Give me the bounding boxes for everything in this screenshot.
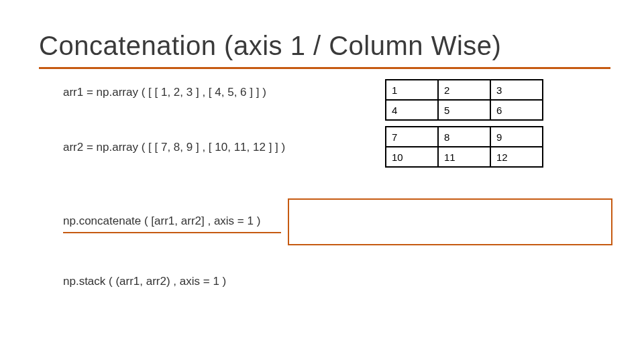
cell: 8 bbox=[438, 127, 490, 147]
slide: Concatenation (axis 1 / Column Wise) arr… bbox=[0, 0, 644, 362]
cell: 5 bbox=[438, 100, 490, 120]
table-row: 4 5 6 bbox=[386, 100, 543, 120]
cell: 6 bbox=[490, 100, 543, 120]
table-arr1: 1 2 3 4 5 6 bbox=[385, 79, 543, 121]
cell: 2 bbox=[438, 80, 490, 100]
slide-title: Concatenation (axis 1 / Column Wise) bbox=[39, 31, 501, 61]
code-concat-underline bbox=[63, 232, 281, 233]
cell: 12 bbox=[490, 147, 543, 167]
code-arr2: arr2 = np.array ( [ [ 7, 8, 9 ] , [ 10, … bbox=[63, 141, 285, 154]
cell: 1 bbox=[386, 80, 438, 100]
table-row: 10 11 12 bbox=[386, 147, 543, 167]
code-concat: np.concatenate ( [arr1, arr2] , axis = 1… bbox=[63, 215, 260, 228]
title-underline bbox=[39, 67, 610, 69]
cell: 4 bbox=[386, 100, 438, 120]
code-stack: np.stack ( (arr1, arr2) , axis = 1 ) bbox=[63, 275, 226, 288]
code-arr1: arr1 = np.array ( [ [ 1, 2, 3 ] , [ 4, 5… bbox=[63, 86, 266, 99]
cell: 11 bbox=[438, 147, 490, 167]
cell: 9 bbox=[490, 127, 543, 147]
cell: 10 bbox=[386, 147, 438, 167]
cell: 7 bbox=[386, 127, 438, 147]
table-row: 7 8 9 bbox=[386, 127, 543, 147]
table-arr2: 7 8 9 10 11 12 bbox=[385, 126, 543, 168]
table-row: 1 2 3 bbox=[386, 80, 543, 100]
result-overlay-box bbox=[288, 198, 612, 245]
cell: 3 bbox=[490, 80, 543, 100]
